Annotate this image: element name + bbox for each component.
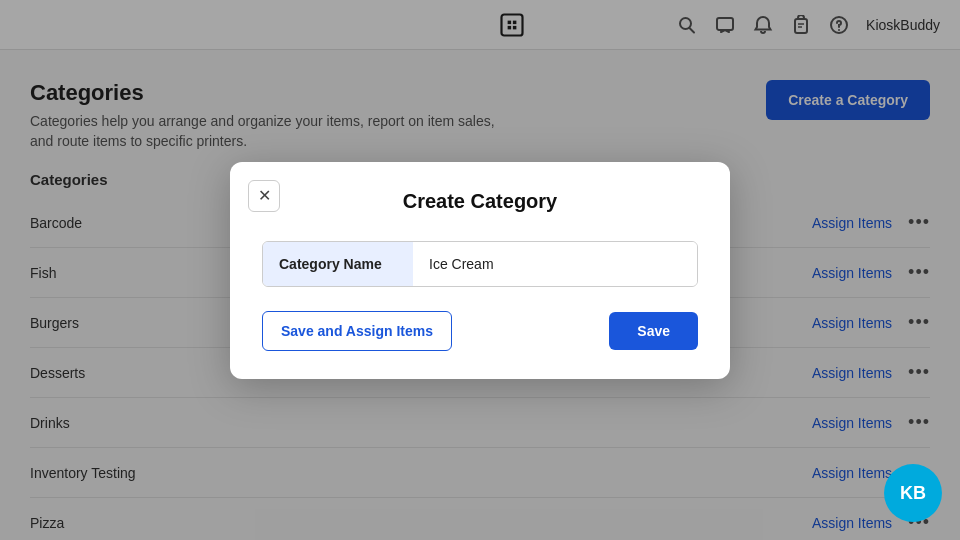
save-button[interactable]: Save	[609, 312, 698, 350]
create-category-modal: ✕ Create Category Category Name Save and…	[230, 162, 730, 379]
category-name-label: Category Name	[263, 242, 413, 286]
modal-overlay[interactable]: ✕ Create Category Category Name Save and…	[0, 0, 960, 540]
save-assign-button[interactable]: Save and Assign Items	[262, 311, 452, 351]
modal-close-button[interactable]: ✕	[248, 180, 280, 212]
category-name-input[interactable]	[413, 242, 697, 286]
category-name-field-row: Category Name	[262, 241, 698, 287]
modal-actions: Save and Assign Items Save	[262, 311, 698, 351]
modal-title: Create Category	[262, 190, 698, 213]
kb-avatar[interactable]: KB	[884, 464, 942, 522]
